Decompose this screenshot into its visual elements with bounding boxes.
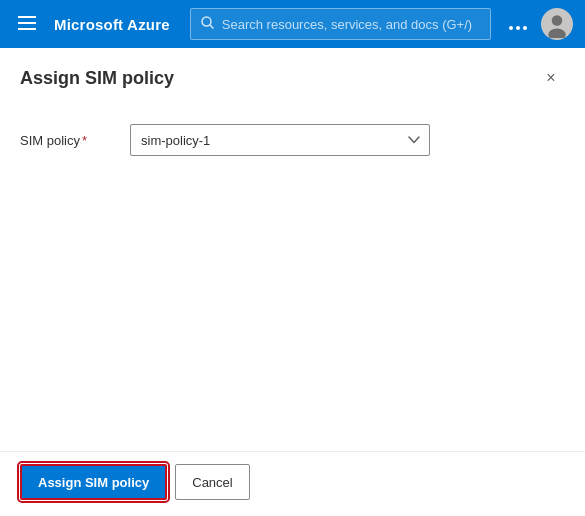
cancel-button[interactable]: Cancel — [175, 464, 249, 500]
close-button[interactable]: × — [537, 64, 565, 92]
svg-point-6 — [516, 26, 520, 30]
assign-sim-policy-panel: Assign SIM policy × SIM policy* sim-poli… — [0, 48, 585, 516]
svg-line-4 — [210, 25, 214, 29]
svg-point-3 — [202, 17, 211, 26]
avatar[interactable] — [541, 8, 573, 40]
search-icon — [201, 16, 214, 32]
main-content: Assign SIM policy × SIM policy* sim-poli… — [0, 48, 585, 516]
topbar: Microsoft Azure — [0, 0, 585, 48]
close-icon: × — [546, 70, 555, 86]
sim-policy-row: SIM policy* sim-policy-1 sim-policy-2 si… — [20, 124, 565, 156]
search-input[interactable] — [222, 17, 480, 32]
svg-rect-1 — [18, 22, 36, 24]
sim-policy-select-wrapper: sim-policy-1 sim-policy-2 sim-policy-3 — [130, 124, 430, 156]
topbar-actions — [503, 8, 573, 40]
search-bar[interactable] — [190, 8, 491, 40]
panel-header: Assign SIM policy × — [0, 48, 585, 104]
required-indicator: * — [82, 133, 87, 148]
svg-point-7 — [523, 26, 527, 30]
assign-sim-policy-button[interactable]: Assign SIM policy — [20, 464, 167, 500]
more-options-icon[interactable] — [503, 10, 533, 39]
svg-rect-2 — [18, 28, 36, 30]
sim-policy-label: SIM policy* — [20, 133, 110, 148]
panel-body: SIM policy* sim-policy-1 sim-policy-2 si… — [0, 104, 585, 451]
sim-policy-select[interactable]: sim-policy-1 sim-policy-2 sim-policy-3 — [130, 124, 430, 156]
hamburger-icon[interactable] — [12, 10, 42, 39]
panel-footer: Assign SIM policy Cancel — [0, 451, 585, 516]
svg-rect-0 — [18, 16, 36, 18]
svg-point-5 — [509, 26, 513, 30]
panel-title: Assign SIM policy — [20, 68, 174, 89]
svg-point-9 — [552, 15, 563, 26]
app-title: Microsoft Azure — [54, 16, 170, 33]
